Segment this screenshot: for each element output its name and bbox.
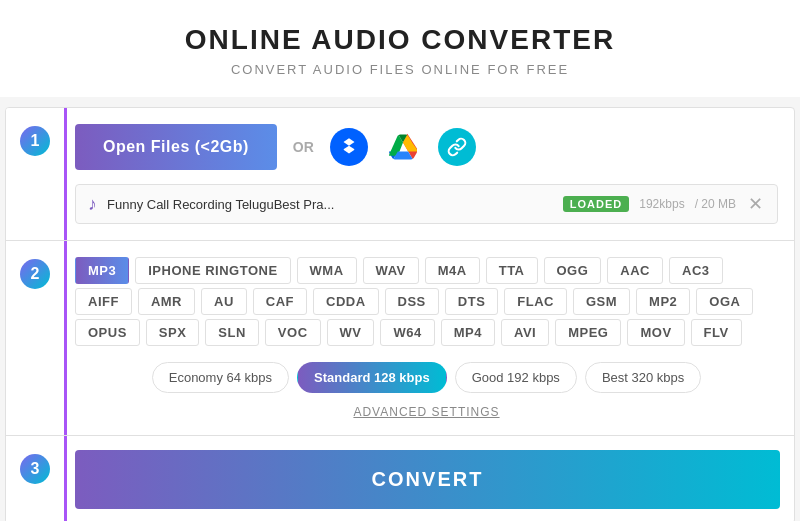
format-btn-amr[interactable]: AMR — [138, 288, 195, 315]
page-subtitle: CONVERT AUDIO FILES ONLINE FOR FREE — [0, 62, 800, 77]
format-btn-opus[interactable]: OPUS — [75, 319, 140, 346]
format-grid: MP3IPHONE RINGTONEWMAWAVM4ATTAOGGAACAC3A… — [75, 257, 778, 346]
format-btn-aiff[interactable]: AIFF — [75, 288, 132, 315]
format-btn-mp3[interactable]: MP3 — [75, 257, 129, 284]
step2-circle: 2 — [20, 259, 50, 289]
format-btn-au[interactable]: AU — [201, 288, 247, 315]
format-btn-ac3[interactable]: AC3 — [669, 257, 723, 284]
format-btn-caf[interactable]: CAF — [253, 288, 307, 315]
format-btn-w64[interactable]: W64 — [380, 319, 434, 346]
loaded-badge: LOADED — [563, 196, 629, 212]
or-text: OR — [293, 139, 314, 155]
page-title: ONLINE AUDIO CONVERTER — [0, 24, 800, 56]
close-file-button[interactable]: ✕ — [746, 193, 765, 215]
open-files-button[interactable]: Open Files (<2Gb) — [75, 124, 277, 170]
google-drive-button[interactable] — [384, 128, 422, 166]
file-bitrate: 192kbps — [639, 197, 684, 211]
quality-btn-best-320-kbps[interactable]: Best 320 kbps — [585, 362, 701, 393]
convert-button[interactable]: CONVERT — [75, 450, 780, 509]
link-button[interactable] — [438, 128, 476, 166]
main-container: 1 Open Files (<2Gb) OR — [5, 107, 795, 521]
quality-btn-economy-64-kbps[interactable]: Economy 64 kbps — [152, 362, 289, 393]
dropbox-button[interactable] — [330, 128, 368, 166]
format-btn-aac[interactable]: AAC — [607, 257, 663, 284]
google-drive-icon — [389, 133, 417, 161]
step1-circle: 1 — [20, 126, 50, 156]
step3-content: CONVERT — [64, 436, 794, 521]
step2-number-col: 2 — [6, 241, 64, 435]
advanced-settings-link[interactable]: ADVANCED SETTINGS — [75, 405, 778, 419]
format-btn-m4a[interactable]: M4A — [425, 257, 480, 284]
format-btn-mp4[interactable]: MP4 — [441, 319, 495, 346]
page-header: ONLINE AUDIO CONVERTER CONVERT AUDIO FIL… — [0, 0, 800, 97]
format-btn-flac[interactable]: FLAC — [504, 288, 567, 315]
format-btn-gsm[interactable]: GSM — [573, 288, 630, 315]
format-btn-ogg[interactable]: OGG — [544, 257, 602, 284]
file-size: / 20 MB — [695, 197, 736, 211]
step1-number-col: 1 — [6, 108, 64, 240]
link-icon — [447, 137, 467, 157]
format-btn-mov[interactable]: MOV — [627, 319, 684, 346]
dropbox-icon — [338, 136, 360, 158]
step2-content: MP3IPHONE RINGTONEWMAWAVM4ATTAOGGAACAC3A… — [64, 241, 794, 435]
step3-row: 3 CONVERT — [6, 436, 794, 521]
format-btn-oga[interactable]: OGA — [696, 288, 753, 315]
format-btn-dss[interactable]: DSS — [385, 288, 439, 315]
format-btn-mp2[interactable]: MP2 — [636, 288, 690, 315]
step1-top: Open Files (<2Gb) OR — [75, 124, 778, 170]
step3-number-col: 3 — [6, 436, 64, 521]
quality-btn-good-192-kbps[interactable]: Good 192 kbps — [455, 362, 577, 393]
step1-content: Open Files (<2Gb) OR — [64, 108, 794, 240]
format-btn-voc[interactable]: VOC — [265, 319, 321, 346]
format-btn-sln[interactable]: SLN — [205, 319, 259, 346]
format-btn-tta[interactable]: TTA — [486, 257, 538, 284]
step2-row: 2 MP3IPHONE RINGTONEWMAWAVM4ATTAOGGAACAC… — [6, 241, 794, 436]
file-icon: ♪ — [88, 194, 97, 215]
format-btn-avi[interactable]: AVI — [501, 319, 549, 346]
format-btn-cdda[interactable]: CDDA — [313, 288, 379, 315]
format-btn-dts[interactable]: DTS — [445, 288, 499, 315]
format-btn-wma[interactable]: WMA — [297, 257, 357, 284]
file-row: ♪ Funny Call Recording TeluguBest Pra...… — [75, 184, 778, 224]
format-btn-wav[interactable]: WAV — [363, 257, 419, 284]
quality-btn-standard-128-kbps[interactable]: Standard 128 kbps — [297, 362, 447, 393]
quality-row: Economy 64 kbpsStandard 128 kbpsGood 192… — [75, 362, 778, 393]
format-btn-iphone-ringtone[interactable]: IPHONE RINGTONE — [135, 257, 290, 284]
step1-row: 1 Open Files (<2Gb) OR — [6, 108, 794, 241]
format-btn-spx[interactable]: SPX — [146, 319, 200, 346]
format-btn-mpeg[interactable]: MPEG — [555, 319, 621, 346]
step3-circle: 3 — [20, 454, 50, 484]
format-btn-flv[interactable]: FLV — [691, 319, 742, 346]
file-name: Funny Call Recording TeluguBest Pra... — [107, 197, 553, 212]
format-btn-wv[interactable]: WV — [327, 319, 375, 346]
